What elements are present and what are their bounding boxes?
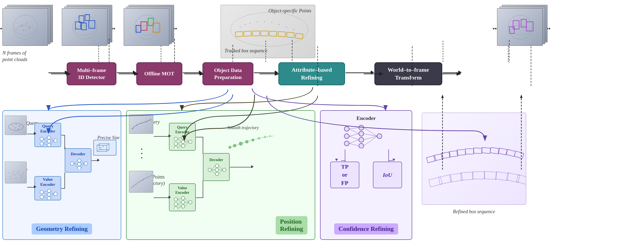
multiframe-detector-box[interactable]: Multi–frame3D Detector — [67, 62, 116, 85]
svg-rect-37 — [85, 14, 90, 20]
svg-point-139 — [146, 121, 147, 122]
svg-point-196 — [258, 137, 260, 140]
svg-point-205 — [359, 143, 364, 148]
svg-point-76 — [18, 129, 19, 130]
svg-line-120 — [44, 191, 47, 192]
refined-box-seq-label: Refined box sequence — [453, 209, 495, 215]
svg-point-54 — [279, 24, 280, 25]
svg-rect-63 — [286, 32, 294, 37]
geo-arr-3 — [61, 135, 65, 135]
svg-rect-40 — [82, 23, 86, 30]
svg-point-166 — [215, 164, 219, 167]
svg-point-142 — [133, 186, 134, 187]
svg-line-207 — [349, 128, 359, 129]
pos-qenc-label: QueryEncoder — [175, 125, 189, 134]
svg-rect-39 — [89, 20, 95, 28]
svg-rect-57 — [235, 31, 243, 37]
svg-rect-60 — [261, 31, 268, 36]
svg-line-158 — [178, 139, 181, 142]
refined-box-viz — [422, 113, 526, 205]
svg-point-203 — [359, 131, 364, 136]
svg-point-200 — [344, 134, 349, 139]
attr-refining-box[interactable]: Attribute–basedRefining — [278, 62, 345, 85]
pos-query-viz — [129, 114, 153, 134]
svg-point-133 — [100, 147, 101, 148]
iou-box: IoU — [373, 162, 402, 188]
svg-line-210 — [349, 136, 359, 140]
conf-encoder-title: Encoder — [356, 115, 376, 121]
svg-rect-232 — [461, 172, 473, 180]
geo-query-enc-label: QueryEncoder — [40, 124, 55, 134]
iou-label: IoU — [383, 172, 392, 178]
pos-decoder: Decoder — [203, 153, 230, 181]
pos-arr-5 — [230, 167, 252, 167]
position-refining-label: PositionRefining — [276, 216, 308, 235]
svg-point-145 — [141, 181, 141, 182]
pos-qenc-nodes — [172, 135, 193, 149]
svg-point-178 — [174, 207, 178, 209]
svg-rect-59 — [252, 31, 260, 36]
svg-rect-228 — [514, 151, 524, 159]
svg-line-209 — [349, 134, 359, 136]
position-refining-box: Position Query Pos-aware Points(dense tr… — [126, 110, 315, 240]
svg-point-92 — [47, 136, 51, 139]
conf-encoder-nn — [342, 124, 390, 149]
svg-point-137 — [136, 125, 137, 126]
pos-arr-3 — [196, 137, 203, 137]
svg-line-122 — [44, 195, 47, 197]
svg-point-85 — [20, 177, 21, 178]
world-transform-box[interactable]: World–to–frameTransform — [374, 62, 442, 85]
geo-value-encoder: ValueEncoder — [34, 176, 61, 200]
pos-arr-4v — [203, 181, 203, 198]
geometry-refining-text: Geometry Refining — [36, 225, 88, 232]
geo-aware-svg — [5, 162, 27, 183]
svg-point-103 — [70, 162, 74, 165]
svg-point-104 — [78, 159, 81, 162]
svg-point-153 — [181, 136, 185, 139]
svg-point-206 — [377, 134, 382, 139]
confidence-refining-label: Confidence Refining — [334, 223, 398, 235]
position-refining-text: PositionRefining — [280, 218, 303, 232]
svg-point-35 — [75, 25, 94, 35]
arrowhead-1 — [133, 70, 136, 74]
pos-venc-nodes — [172, 196, 193, 209]
arrow-2 — [183, 72, 200, 73]
svg-rect-221 — [457, 150, 466, 155]
svg-point-148 — [148, 177, 149, 178]
svg-point-116 — [47, 189, 51, 193]
svg-point-80 — [17, 173, 18, 173]
svg-point-77 — [10, 176, 10, 177]
svg-point-94 — [47, 143, 51, 146]
offline-mot-box[interactable]: Offline MOT — [136, 62, 182, 85]
svg-line-131 — [107, 150, 109, 151]
multiframe-label: Multi–frame3D Detector — [77, 67, 106, 81]
smooth-traj-svg — [228, 132, 276, 151]
svg-point-138 — [141, 123, 142, 124]
geo-query-encoder: QueryEncoder — [34, 123, 61, 147]
svg-line-97 — [44, 139, 47, 141]
geo-arr-5 — [92, 160, 98, 161]
svg-point-89 — [8, 173, 9, 173]
svg-line-186 — [178, 204, 181, 207]
svg-marker-245 — [520, 94, 522, 98]
svg-point-135 — [101, 149, 102, 150]
second-stack — [62, 5, 113, 47]
svg-point-28 — [34, 21, 35, 22]
svg-line-172 — [212, 170, 215, 174]
obj-data-prep-box[interactable]: Object DataPreparation — [202, 62, 254, 85]
third-image-group: ••• — [124, 5, 174, 47]
svg-point-204 — [359, 137, 364, 142]
svg-point-53 — [272, 22, 272, 23]
pos-venc-label: ValueEncoder — [175, 186, 189, 195]
svg-point-82 — [22, 176, 22, 176]
svg-point-118 — [47, 197, 51, 199]
pos-arr-1 — [154, 136, 169, 137]
svg-point-56 — [294, 29, 294, 30]
geo-arh-1 — [34, 132, 36, 135]
arrowhead-4 — [371, 70, 374, 74]
svg-point-140 — [150, 119, 151, 120]
refined-box-viz-container: Refined box sequence — [420, 110, 528, 207]
geo-arr-1 — [27, 134, 34, 134]
conf-enc-svg — [342, 124, 390, 148]
geo-val-enc-label: ValueEncoder — [40, 177, 55, 187]
